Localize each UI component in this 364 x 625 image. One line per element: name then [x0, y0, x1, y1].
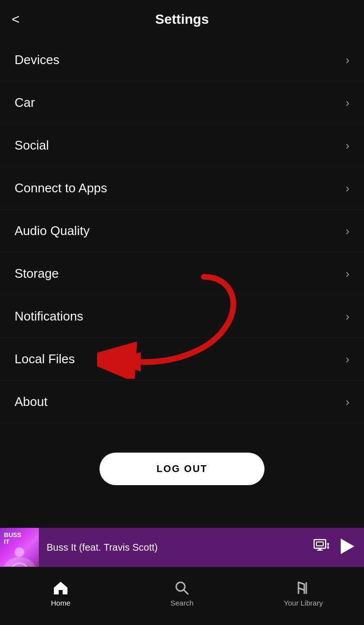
- nav-label-home: Home: [51, 599, 70, 607]
- settings-item-car[interactable]: Car ›: [0, 82, 364, 124]
- svg-point-3: [15, 547, 24, 557]
- settings-label-storage: Storage: [15, 266, 59, 281]
- svg-point-2: [2, 557, 36, 567]
- library-icon: [296, 580, 311, 596]
- svg-line-16: [298, 588, 304, 590]
- play-button[interactable]: [341, 539, 354, 556]
- settings-item-connect-to-apps[interactable]: Connect to Apps ›: [0, 167, 364, 210]
- nav-item-search[interactable]: Search: [121, 580, 243, 607]
- logout-container: LOG OUT: [0, 423, 364, 505]
- chevron-icon-local-files: ›: [346, 353, 349, 366]
- settings-label-connect-to-apps: Connect to Apps: [15, 181, 107, 196]
- settings-label-social: Social: [15, 138, 49, 153]
- logout-button[interactable]: LOG OUT: [99, 453, 265, 485]
- svg-rect-7: [317, 550, 323, 551]
- nav-item-home[interactable]: Home: [0, 580, 121, 607]
- settings-item-about[interactable]: About ›: [0, 381, 364, 423]
- nav-item-library[interactable]: Your Library: [243, 580, 364, 607]
- chevron-icon-about: ›: [346, 395, 349, 409]
- settings-item-devices[interactable]: Devices ›: [0, 39, 364, 82]
- now-playing-title: Buss It (feat. Travis Scott): [47, 542, 158, 553]
- svg-rect-4: [314, 540, 326, 548]
- settings-label-audio-quality: Audio Quality: [15, 223, 90, 238]
- nav-label-library: Your Library: [284, 599, 323, 607]
- settings-item-local-files[interactable]: Local Files ›: [0, 338, 364, 381]
- chevron-icon-car: ›: [346, 96, 349, 110]
- now-playing-bar[interactable]: BUSSIT Buss It (feat. Travis Scott): [0, 528, 364, 567]
- chevron-icon-notifications: ›: [346, 310, 349, 323]
- settings-label-notifications: Notifications: [15, 309, 83, 324]
- settings-label-car: Car: [15, 95, 35, 110]
- nav-label-search: Search: [170, 599, 194, 607]
- settings-item-notifications[interactable]: Notifications ›: [0, 295, 364, 338]
- bottom-nav: Home Search Your Library: [0, 567, 364, 625]
- svg-line-15: [298, 582, 304, 584]
- chevron-icon-audio-quality: ›: [346, 224, 349, 238]
- settings-item-audio-quality[interactable]: Audio Quality ›: [0, 210, 364, 253]
- svg-rect-5: [316, 542, 323, 546]
- settings-label-devices: Devices: [15, 52, 59, 68]
- svg-marker-11: [341, 539, 354, 554]
- settings-item-storage[interactable]: Storage ›: [0, 253, 364, 295]
- now-playing-artwork: BUSSIT: [0, 528, 39, 567]
- now-playing-controls: [314, 539, 364, 556]
- search-icon: [174, 580, 190, 596]
- chevron-icon-devices: ›: [346, 53, 349, 67]
- svg-rect-6: [318, 549, 321, 550]
- svg-line-13: [183, 590, 188, 594]
- home-icon: [53, 580, 68, 596]
- back-button[interactable]: <: [12, 12, 19, 27]
- settings-label-about: About: [15, 394, 48, 409]
- settings-header: < Settings: [0, 0, 364, 39]
- chevron-icon-storage: ›: [346, 267, 349, 281]
- now-playing-info: Buss It (feat. Travis Scott): [39, 542, 314, 553]
- chevron-icon-connect-to-apps: ›: [346, 182, 349, 195]
- page-title: Settings: [155, 12, 209, 27]
- cast-icon-svg: [314, 539, 331, 554]
- settings-item-social[interactable]: Social ›: [0, 124, 364, 167]
- cast-icon[interactable]: [314, 539, 331, 556]
- settings-list: Devices › Car › Social › Connect to Apps…: [0, 39, 364, 423]
- play-icon-svg: [341, 539, 354, 554]
- chevron-icon-social: ›: [346, 139, 349, 152]
- artwork-figure-svg: [0, 542, 39, 567]
- settings-label-local-files: Local Files: [15, 352, 75, 367]
